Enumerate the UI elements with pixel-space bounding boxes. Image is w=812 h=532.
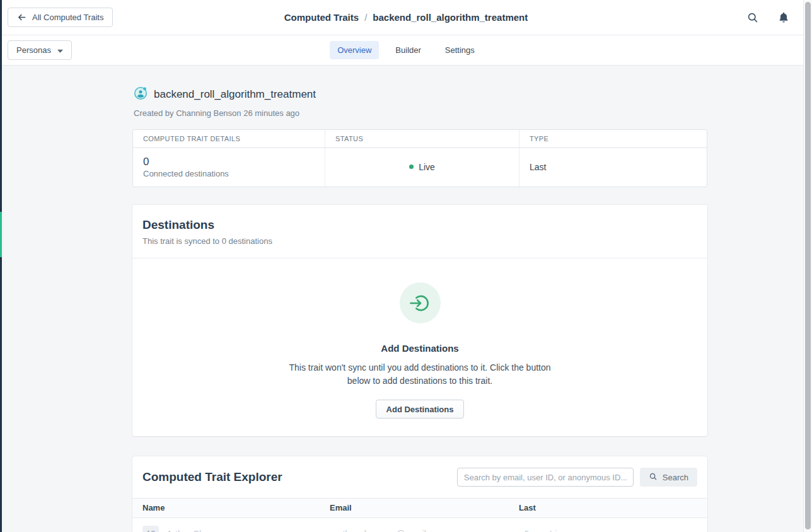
explorer-title: Computed Trait Explorer [142,470,282,484]
arrow-left-icon [17,13,26,22]
trait-details-header-row: COMPUTED TRAIT DETAILS STATUS TYPE [133,130,707,148]
empty-state-line1: This trait won't sync until you add dest… [289,362,550,373]
page-title: backend_roll_algorithm_treatment [154,88,316,101]
trait-header: backend_roll_algorithm_treatment [132,86,707,103]
destinations-card-header: Destinations This trait is synced to 0 d… [132,205,707,258]
breadcrumb-current: backend_roll_algorithm_treatment [373,12,528,23]
top-bar: All Computed Traits Computed Traits/back… [0,0,812,35]
app-screen: All Computed Traits Computed Traits/back… [0,0,812,532]
computed-trait-icon [134,86,148,103]
breadcrumb-separator: / [359,12,373,23]
tab-bar: Overview Builder Settings [0,41,812,59]
trait-details-table: COMPUTED TRAIT DETAILS STATUS TYPE 0 Con… [132,129,707,187]
type-value: Last [530,162,697,172]
topbar-icons [746,11,791,25]
destinations-empty-state: Add Destinations This trait won't sync u… [132,258,707,436]
back-button-label: All Computed Traits [32,13,103,22]
column-header-status: STATUS [325,130,519,147]
connected-destinations-cell: 0 Connected destinations [133,148,325,187]
live-status-dot-icon [409,165,414,169]
bell-icon[interactable] [777,11,791,25]
tab-builder[interactable]: Builder [388,41,428,59]
user-last-value: Computing... [519,529,707,532]
destinations-subtitle: This trait is synced to 0 destinations [142,236,697,246]
user-email: arthur.chapman@gmail.com [330,529,519,532]
connected-destinations-count: 0 [143,155,315,168]
computed-trait-explorer-card: Computed Trait Explorer Search Name Emai… [132,456,707,532]
search-button-label: Search [663,473,688,482]
sidebar-edge-accent [0,212,2,257]
breadcrumb-parent-link[interactable]: Computed Traits [284,12,359,23]
status-cell: Live [325,148,519,187]
explorer-search-area: Search [457,468,697,487]
empty-state-line2: below to add destinations to this trait. [347,376,492,386]
explorer-search-input[interactable] [457,468,634,487]
user-name: Arthur Chapman [166,529,231,532]
main-content: backend_roll_algorithm_treatment Created… [132,66,707,532]
search-icon[interactable] [746,11,760,25]
add-destinations-button[interactable]: Add Destinations [376,400,465,419]
page-scrollbar[interactable] [803,0,812,532]
secondary-bar: Personas Overview Builder Settings [0,35,812,66]
chevron-down-icon [57,45,63,55]
personas-dropdown[interactable]: Personas [8,40,72,60]
scrollbar-thumb[interactable] [805,2,811,529]
empty-state-description: This trait won't sync until you add dest… [158,361,682,388]
breadcrumb: Computed Traits/backend_roll_algorithm_t… [0,12,812,23]
back-to-all-computed-traits-button[interactable]: All Computed Traits [8,8,113,27]
collapsed-sidebar-edge [0,0,2,532]
column-header-name: Name [142,499,330,518]
explorer-search-button[interactable]: Search [640,468,697,487]
type-cell: Last [519,148,707,187]
column-header-computed-trait-details: COMPUTED TRAIT DETAILS [133,130,325,147]
status-badge: Live [419,162,435,172]
enter-circle-icon [400,282,441,323]
column-header-type: TYPE [519,130,707,147]
destinations-card: Destinations This trait is synced to 0 d… [132,205,707,436]
empty-state-heading: Add Destinations [158,343,682,354]
explorer-table-header: Name Email Last [132,498,707,518]
created-by-text: Created by Channing Benson 26 minutes ag… [132,108,707,118]
tab-overview[interactable]: Overview [330,41,379,59]
search-icon [649,472,658,483]
personas-dropdown-label: Personas [16,45,51,55]
column-header-last: Last [519,499,707,518]
column-header-email: Email [330,499,519,518]
explorer-header: Computed Trait Explorer Search [132,456,707,498]
destinations-title: Destinations [142,218,697,232]
avatar: AC [142,526,159,532]
user-name-cell: AC Arthur Chapman [142,526,330,532]
trait-details-value-row: 0 Connected destinations Live Last [133,148,707,187]
table-row[interactable]: AC Arthur Chapman arthur.chapman@gmail.c… [132,518,707,532]
tab-settings[interactable]: Settings [438,41,482,59]
connected-destinations-label: Connected destinations [143,169,315,178]
